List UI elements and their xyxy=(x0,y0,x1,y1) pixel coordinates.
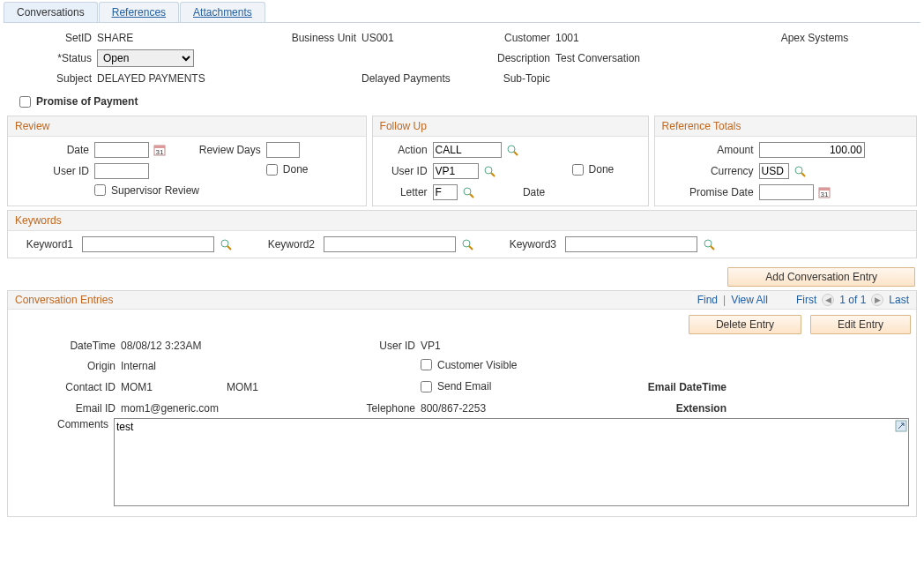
viewall-link[interactable]: View All xyxy=(731,294,768,306)
subtopic-label: Sub-Topic xyxy=(458,72,555,85)
review-date-input[interactable] xyxy=(94,142,149,158)
svg-point-5 xyxy=(485,167,492,174)
tab-conversations[interactable]: Conversations xyxy=(4,2,98,22)
reftotals-title: Reference Totals xyxy=(655,116,916,137)
calendar-icon[interactable]: 31 xyxy=(818,186,831,198)
comments-textarea[interactable]: test xyxy=(114,418,909,506)
bu-label: Business Unit xyxy=(265,32,361,44)
review-days-label: Review Days xyxy=(187,144,266,156)
svg-line-17 xyxy=(469,246,473,250)
subject-label: Subject xyxy=(9,72,97,85)
prev-icon[interactable]: ◀ xyxy=(822,294,834,306)
currency-label: Currency xyxy=(662,165,759,177)
lookup-icon[interactable] xyxy=(461,238,473,250)
find-link[interactable]: Find xyxy=(697,294,718,306)
followup-letter-label: Letter xyxy=(380,186,433,198)
followup-section: Follow Up Action User ID Done Lett xyxy=(372,116,649,206)
telephone-label: Telephone xyxy=(332,402,421,415)
followup-title: Follow Up xyxy=(373,116,648,137)
emailid-label: Email ID xyxy=(15,402,121,415)
svg-point-3 xyxy=(508,146,515,153)
edit-entry-button[interactable]: Edit Entry xyxy=(810,315,911,334)
page-pos[interactable]: 1 of 1 xyxy=(839,294,866,306)
followup-userid-label: User ID xyxy=(380,165,433,177)
telephone-value: 800/867-2253 xyxy=(421,402,603,415)
review-userid-label: User ID xyxy=(15,165,94,177)
svg-line-6 xyxy=(491,173,495,176)
setid-value: SHARE xyxy=(97,32,265,44)
lookup-icon[interactable] xyxy=(703,238,715,250)
subject-desc: Delayed Payments xyxy=(361,72,458,85)
tab-bar: Conversations References Attachments xyxy=(4,2,920,23)
svg-line-15 xyxy=(227,246,231,250)
contactid-value: MOM1 xyxy=(121,381,227,393)
customer-visible-checkbox[interactable]: Customer Visible xyxy=(421,359,517,371)
svg-point-18 xyxy=(704,240,712,247)
svg-line-4 xyxy=(514,152,518,155)
entries-title: Conversation Entries xyxy=(15,294,113,306)
followup-done-checkbox[interactable]: Done xyxy=(572,163,615,176)
amount-label: Amount xyxy=(662,144,759,156)
description-value: Test Conversation xyxy=(555,52,915,64)
review-title: Review xyxy=(8,116,366,137)
entry-userid-value: VP1 xyxy=(421,340,603,352)
tab-attachments[interactable]: Attachments xyxy=(180,2,265,22)
svg-line-10 xyxy=(801,173,805,176)
expand-icon[interactable] xyxy=(895,420,907,435)
svg-point-16 xyxy=(463,240,470,247)
promise-date-input[interactable] xyxy=(759,184,814,200)
description-label: Description xyxy=(458,52,555,64)
keyword2-input[interactable] xyxy=(324,236,456,252)
contactid-label: Contact ID xyxy=(15,381,121,393)
svg-point-14 xyxy=(221,240,228,247)
emailid-value: mom1@generic.com xyxy=(121,402,332,415)
lookup-icon[interactable] xyxy=(462,186,474,198)
send-email-checkbox[interactable]: Send Email xyxy=(421,380,491,392)
add-conversation-entry-button[interactable]: Add Conversation Entry xyxy=(727,267,915,287)
subject-value: DELAYED PAYMENTS xyxy=(97,72,265,85)
entry-origin-label: Origin xyxy=(15,360,121,372)
customer-label: Customer xyxy=(458,32,555,44)
promise-of-payment-checkbox[interactable]: Promise of Payment xyxy=(19,95,138,108)
followup-action-input[interactable] xyxy=(433,142,502,158)
lookup-icon[interactable] xyxy=(220,238,232,250)
lookup-icon[interactable] xyxy=(506,144,518,156)
tab-references[interactable]: References xyxy=(99,2,179,22)
first-label: First xyxy=(796,294,816,306)
email-datetime-label: Email DateTime xyxy=(603,381,727,393)
svg-line-19 xyxy=(711,246,714,250)
review-userid-input[interactable] xyxy=(94,163,149,179)
supervisor-review-checkbox[interactable]: Supervisor Review xyxy=(94,184,199,197)
keywords-title: Keywords xyxy=(8,211,916,231)
entry-origin-value: Internal xyxy=(121,360,227,372)
followup-letter-input[interactable] xyxy=(433,184,458,200)
review-date-label: Date xyxy=(15,144,94,156)
contact-name-value: MOM1 xyxy=(227,381,332,393)
svg-point-9 xyxy=(795,167,802,174)
followup-userid-input[interactable] xyxy=(433,163,479,179)
review-days-input[interactable] xyxy=(266,142,300,158)
customer-value: 1001 xyxy=(555,32,714,44)
calendar-icon[interactable]: 31 xyxy=(153,144,166,156)
status-select[interactable]: Open xyxy=(97,49,194,67)
entry-datetime-value: 08/08/12 3:23AM xyxy=(121,340,332,352)
customer-name: Apex Systems xyxy=(714,32,915,44)
next-icon[interactable]: ▶ xyxy=(871,294,883,306)
amount-input[interactable] xyxy=(759,142,865,158)
followup-date-label: Date xyxy=(502,186,572,198)
entry-datetime-label: DateTime xyxy=(15,340,121,352)
lookup-icon[interactable] xyxy=(794,165,806,177)
review-done-checkbox[interactable]: Done xyxy=(266,163,309,176)
promise-date-label: Promise Date xyxy=(662,186,759,198)
comments-label: Comments xyxy=(15,418,114,509)
delete-entry-button[interactable]: Delete Entry xyxy=(689,315,801,334)
setid-label: SetID xyxy=(9,32,97,44)
keyword3-label: Keyword3 xyxy=(500,238,562,250)
currency-input[interactable] xyxy=(759,163,789,179)
lookup-icon[interactable] xyxy=(483,165,496,177)
keyword1-input[interactable] xyxy=(82,236,214,252)
status-label: *Status xyxy=(9,52,97,64)
keyword3-input[interactable] xyxy=(565,236,697,252)
keyword1-label: Keyword1 xyxy=(17,238,78,250)
keyword2-label: Keyword2 xyxy=(258,238,320,250)
